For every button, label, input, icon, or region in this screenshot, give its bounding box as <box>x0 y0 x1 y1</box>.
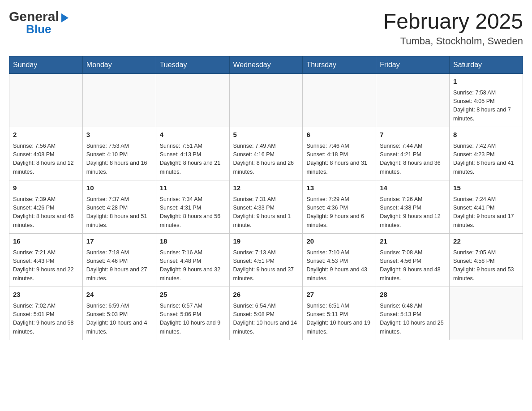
calendar-day: 20Sunrise: 7:10 AM Sunset: 4:53 PM Dayli… <box>303 234 376 287</box>
day-info: Sunrise: 6:54 AM Sunset: 5:08 PM Dayligh… <box>233 302 299 337</box>
calendar-day: 12Sunrise: 7:31 AM Sunset: 4:33 PM Dayli… <box>229 180 303 234</box>
logo-general-text: General <box>9 9 59 24</box>
day-number: 17 <box>86 236 152 247</box>
day-info: Sunrise: 7:18 AM Sunset: 4:46 PM Dayligh… <box>86 248 152 283</box>
header-wednesday: Wednesday <box>229 56 303 74</box>
day-info: Sunrise: 7:16 AM Sunset: 4:48 PM Dayligh… <box>160 248 226 283</box>
day-number: 27 <box>306 290 372 300</box>
day-number: 5 <box>233 130 299 140</box>
calendar-day: 28Sunrise: 6:48 AM Sunset: 5:13 PM Dayli… <box>376 287 450 340</box>
calendar-day: 24Sunrise: 6:59 AM Sunset: 5:03 PM Dayli… <box>82 287 156 340</box>
calendar-day <box>9 74 83 127</box>
calendar-day: 18Sunrise: 7:16 AM Sunset: 4:48 PM Dayli… <box>156 234 229 287</box>
day-info: Sunrise: 6:57 AM Sunset: 5:06 PM Dayligh… <box>160 302 226 337</box>
day-info: Sunrise: 7:31 AM Sunset: 4:33 PM Dayligh… <box>233 195 299 230</box>
calendar-day: 26Sunrise: 6:54 AM Sunset: 5:08 PM Dayli… <box>229 287 303 340</box>
calendar-day: 22Sunrise: 7:05 AM Sunset: 4:58 PM Dayli… <box>450 234 523 287</box>
calendar-day: 10Sunrise: 7:37 AM Sunset: 4:28 PM Dayli… <box>82 180 156 234</box>
day-number: 10 <box>86 183 152 193</box>
calendar-day: 13Sunrise: 7:29 AM Sunset: 4:36 PM Dayli… <box>303 180 376 234</box>
calendar-day: 14Sunrise: 7:26 AM Sunset: 4:38 PM Dayli… <box>376 180 450 234</box>
day-number: 24 <box>86 290 152 300</box>
day-info: Sunrise: 7:37 AM Sunset: 4:28 PM Dayligh… <box>86 195 152 230</box>
day-number: 7 <box>380 130 446 140</box>
header-sunday: Sunday <box>9 56 83 74</box>
calendar-day: 19Sunrise: 7:13 AM Sunset: 4:51 PM Dayli… <box>229 234 303 287</box>
day-number: 28 <box>380 290 446 300</box>
calendar-day: 23Sunrise: 7:02 AM Sunset: 5:01 PM Dayli… <box>9 287 83 340</box>
logo: General Blue <box>9 9 69 36</box>
header-thursday: Thursday <box>303 56 376 74</box>
month-title: February 2025 <box>383 9 523 34</box>
day-number: 21 <box>380 236 446 247</box>
day-info: Sunrise: 6:59 AM Sunset: 5:03 PM Dayligh… <box>86 302 152 337</box>
day-info: Sunrise: 7:05 AM Sunset: 4:58 PM Dayligh… <box>453 248 519 283</box>
day-number: 15 <box>453 183 519 193</box>
calendar-day: 1Sunrise: 7:58 AM Sunset: 4:05 PM Daylig… <box>450 74 523 127</box>
day-number: 9 <box>13 183 79 193</box>
calendar-day: 15Sunrise: 7:24 AM Sunset: 4:41 PM Dayli… <box>450 180 523 234</box>
day-number: 23 <box>13 290 79 300</box>
day-info: Sunrise: 7:51 AM Sunset: 4:13 PM Dayligh… <box>160 142 226 177</box>
day-number: 20 <box>306 236 372 247</box>
day-info: Sunrise: 7:08 AM Sunset: 4:56 PM Dayligh… <box>380 248 446 283</box>
day-info: Sunrise: 6:48 AM Sunset: 5:13 PM Dayligh… <box>380 302 446 337</box>
calendar-day <box>229 74 303 127</box>
day-info: Sunrise: 7:53 AM Sunset: 4:10 PM Dayligh… <box>86 142 152 177</box>
calendar-day <box>82 74 156 127</box>
header-friday: Friday <box>376 56 450 74</box>
day-number: 13 <box>306 183 372 193</box>
day-info: Sunrise: 7:49 AM Sunset: 4:16 PM Dayligh… <box>233 142 299 177</box>
calendar-week-row: 1Sunrise: 7:58 AM Sunset: 4:05 PM Daylig… <box>9 74 523 127</box>
calendar-day: 17Sunrise: 7:18 AM Sunset: 4:46 PM Dayli… <box>82 234 156 287</box>
calendar-day <box>450 287 523 340</box>
calendar-day: 9Sunrise: 7:39 AM Sunset: 4:26 PM Daylig… <box>9 180 83 234</box>
calendar-day: 3Sunrise: 7:53 AM Sunset: 4:10 PM Daylig… <box>82 127 156 180</box>
calendar-day: 8Sunrise: 7:42 AM Sunset: 4:23 PM Daylig… <box>450 127 523 180</box>
day-number: 18 <box>160 236 226 247</box>
header-monday: Monday <box>82 56 156 74</box>
calendar-table: Sunday Monday Tuesday Wednesday Thursday… <box>9 56 523 340</box>
day-info: Sunrise: 7:29 AM Sunset: 4:36 PM Dayligh… <box>306 195 372 230</box>
calendar-week-row: 9Sunrise: 7:39 AM Sunset: 4:26 PM Daylig… <box>9 180 523 234</box>
calendar-week-row: 16Sunrise: 7:21 AM Sunset: 4:43 PM Dayli… <box>9 234 523 287</box>
calendar-day: 5Sunrise: 7:49 AM Sunset: 4:16 PM Daylig… <box>229 127 303 180</box>
day-info: Sunrise: 7:02 AM Sunset: 5:01 PM Dayligh… <box>13 302 79 337</box>
day-info: Sunrise: 7:10 AM Sunset: 4:53 PM Dayligh… <box>306 248 372 283</box>
calendar-day: 27Sunrise: 6:51 AM Sunset: 5:11 PM Dayli… <box>303 287 376 340</box>
day-info: Sunrise: 6:51 AM Sunset: 5:11 PM Dayligh… <box>306 302 372 337</box>
calendar-day: 25Sunrise: 6:57 AM Sunset: 5:06 PM Dayli… <box>156 287 229 340</box>
calendar-day: 4Sunrise: 7:51 AM Sunset: 4:13 PM Daylig… <box>156 127 229 180</box>
day-number: 4 <box>160 130 226 140</box>
calendar-day: 6Sunrise: 7:46 AM Sunset: 4:18 PM Daylig… <box>303 127 376 180</box>
day-info: Sunrise: 7:24 AM Sunset: 4:41 PM Dayligh… <box>453 195 519 230</box>
logo-blue-text: Blue <box>26 22 51 36</box>
logo-arrow-icon <box>61 13 69 22</box>
day-number: 12 <box>233 183 299 193</box>
day-number: 14 <box>380 183 446 193</box>
calendar-day: 2Sunrise: 7:56 AM Sunset: 4:08 PM Daylig… <box>9 127 83 180</box>
calendar-day <box>303 74 376 127</box>
calendar-week-row: 23Sunrise: 7:02 AM Sunset: 5:01 PM Dayli… <box>9 287 523 340</box>
day-info: Sunrise: 7:46 AM Sunset: 4:18 PM Dayligh… <box>306 142 372 177</box>
header-tuesday: Tuesday <box>156 56 229 74</box>
day-number: 1 <box>453 77 519 87</box>
day-number: 26 <box>233 290 299 300</box>
weekday-header-row: Sunday Monday Tuesday Wednesday Thursday… <box>9 56 523 74</box>
day-info: Sunrise: 7:13 AM Sunset: 4:51 PM Dayligh… <box>233 248 299 283</box>
day-info: Sunrise: 7:34 AM Sunset: 4:31 PM Dayligh… <box>160 195 226 230</box>
page-header: General Blue February 2025 Tumba, Stockh… <box>9 9 523 47</box>
calendar-day: 21Sunrise: 7:08 AM Sunset: 4:56 PM Dayli… <box>376 234 450 287</box>
day-info: Sunrise: 7:42 AM Sunset: 4:23 PM Dayligh… <box>453 142 519 177</box>
day-number: 22 <box>453 236 519 247</box>
day-number: 2 <box>13 130 79 140</box>
day-number: 16 <box>13 236 79 247</box>
day-number: 8 <box>453 130 519 140</box>
calendar-day <box>156 74 229 127</box>
calendar-day: 7Sunrise: 7:44 AM Sunset: 4:21 PM Daylig… <box>376 127 450 180</box>
location-text: Tumba, Stockholm, Sweden <box>383 35 523 47</box>
day-info: Sunrise: 7:58 AM Sunset: 4:05 PM Dayligh… <box>453 89 519 124</box>
day-info: Sunrise: 7:56 AM Sunset: 4:08 PM Dayligh… <box>13 142 79 177</box>
day-info: Sunrise: 7:21 AM Sunset: 4:43 PM Dayligh… <box>13 248 79 283</box>
calendar-day <box>376 74 450 127</box>
